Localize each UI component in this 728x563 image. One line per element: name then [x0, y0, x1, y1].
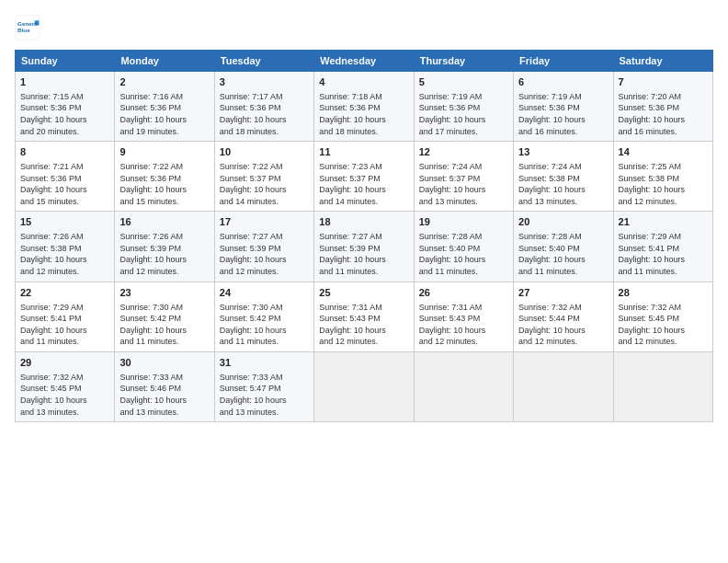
day-info: Sunrise: 7:32 AM Sunset: 5:45 PM Dayligh… — [20, 372, 109, 418]
day-info: Sunrise: 7:23 AM Sunset: 5:37 PM Dayligh… — [319, 161, 408, 207]
day-info: Sunrise: 7:24 AM Sunset: 5:38 PM Dayligh… — [518, 161, 608, 207]
day-info: Sunrise: 7:30 AM Sunset: 5:42 PM Dayligh… — [220, 302, 309, 348]
calendar-cell: 6Sunrise: 7:19 AM Sunset: 5:36 PM Daylig… — [514, 72, 613, 142]
calendar-week-row: 8Sunrise: 7:21 AM Sunset: 5:36 PM Daylig… — [16, 142, 713, 212]
svg-text:Blue: Blue — [17, 27, 30, 33]
weekday-header: Saturday — [613, 51, 712, 72]
day-info: Sunrise: 7:33 AM Sunset: 5:47 PM Dayligh… — [220, 372, 309, 418]
day-number: 8 — [20, 145, 109, 159]
day-number: 23 — [119, 286, 209, 300]
day-number: 12 — [419, 145, 508, 159]
calendar-cell: 2Sunrise: 7:16 AM Sunset: 5:36 PM Daylig… — [115, 72, 214, 142]
calendar-cell: 9Sunrise: 7:22 AM Sunset: 5:36 PM Daylig… — [115, 142, 214, 212]
day-number: 17 — [220, 215, 309, 229]
day-info: Sunrise: 7:22 AM Sunset: 5:36 PM Dayligh… — [119, 161, 209, 207]
day-number: 9 — [119, 145, 209, 159]
weekday-header: Friday — [514, 51, 613, 72]
calendar-cell: 27Sunrise: 7:32 AM Sunset: 5:44 PM Dayli… — [514, 282, 613, 351]
day-number: 6 — [518, 75, 608, 89]
day-info: Sunrise: 7:28 AM Sunset: 5:40 PM Dayligh… — [419, 231, 508, 277]
day-info: Sunrise: 7:20 AM Sunset: 5:36 PM Dayligh… — [619, 91, 708, 137]
calendar: SundayMondayTuesdayWednesdayThursdayFrid… — [15, 50, 713, 422]
calendar-cell: 25Sunrise: 7:31 AM Sunset: 5:43 PM Dayli… — [314, 282, 414, 351]
logo-icon: General Blue — [15, 15, 40, 40]
calendar-cell: 31Sunrise: 7:33 AM Sunset: 5:47 PM Dayli… — [214, 351, 313, 421]
day-number: 27 — [518, 286, 608, 300]
logo: General Blue — [15, 15, 44, 40]
calendar-cell: 1Sunrise: 7:15 AM Sunset: 5:36 PM Daylig… — [16, 72, 115, 142]
day-info: Sunrise: 7:32 AM Sunset: 5:44 PM Dayligh… — [518, 302, 608, 348]
day-info: Sunrise: 7:26 AM Sunset: 5:39 PM Dayligh… — [119, 231, 209, 277]
calendar-cell — [314, 351, 414, 421]
calendar-cell: 7Sunrise: 7:20 AM Sunset: 5:36 PM Daylig… — [613, 72, 712, 142]
day-number: 14 — [619, 145, 708, 159]
day-number: 18 — [319, 215, 408, 229]
day-info: Sunrise: 7:26 AM Sunset: 5:38 PM Dayligh… — [20, 231, 109, 277]
calendar-cell: 16Sunrise: 7:26 AM Sunset: 5:39 PM Dayli… — [115, 212, 214, 282]
day-info: Sunrise: 7:29 AM Sunset: 5:41 PM Dayligh… — [20, 302, 109, 348]
calendar-week-row: 22Sunrise: 7:29 AM Sunset: 5:41 PM Dayli… — [16, 282, 713, 351]
day-info: Sunrise: 7:27 AM Sunset: 5:39 PM Dayligh… — [319, 231, 408, 277]
calendar-cell: 21Sunrise: 7:29 AM Sunset: 5:41 PM Dayli… — [613, 212, 712, 282]
day-info: Sunrise: 7:30 AM Sunset: 5:42 PM Dayligh… — [119, 302, 209, 348]
day-number: 4 — [319, 75, 408, 89]
day-number: 28 — [619, 286, 708, 300]
calendar-cell: 10Sunrise: 7:22 AM Sunset: 5:37 PM Dayli… — [214, 142, 313, 212]
calendar-cell: 12Sunrise: 7:24 AM Sunset: 5:37 PM Dayli… — [414, 142, 513, 212]
day-number: 20 — [518, 215, 608, 229]
day-number: 3 — [220, 75, 309, 89]
calendar-cell: 5Sunrise: 7:19 AM Sunset: 5:36 PM Daylig… — [414, 72, 513, 142]
calendar-week-row: 1Sunrise: 7:15 AM Sunset: 5:36 PM Daylig… — [16, 72, 713, 142]
day-info: Sunrise: 7:25 AM Sunset: 5:38 PM Dayligh… — [619, 161, 708, 207]
day-info: Sunrise: 7:16 AM Sunset: 5:36 PM Dayligh… — [119, 91, 209, 137]
day-info: Sunrise: 7:19 AM Sunset: 5:36 PM Dayligh… — [518, 91, 608, 137]
day-number: 29 — [20, 356, 109, 370]
calendar-cell: 17Sunrise: 7:27 AM Sunset: 5:39 PM Dayli… — [214, 212, 313, 282]
day-number: 31 — [220, 356, 309, 370]
day-number: 19 — [419, 215, 508, 229]
calendar-cell: 30Sunrise: 7:33 AM Sunset: 5:46 PM Dayli… — [115, 351, 214, 421]
calendar-cell — [514, 351, 613, 421]
weekday-header: Thursday — [414, 51, 513, 72]
calendar-week-row: 29Sunrise: 7:32 AM Sunset: 5:45 PM Dayli… — [16, 351, 713, 421]
calendar-cell: 13Sunrise: 7:24 AM Sunset: 5:38 PM Dayli… — [514, 142, 613, 212]
page-header: General Blue — [15, 15, 713, 40]
day-number: 7 — [619, 75, 708, 89]
calendar-cell: 3Sunrise: 7:17 AM Sunset: 5:36 PM Daylig… — [214, 72, 313, 142]
day-number: 5 — [419, 75, 508, 89]
weekday-header: Monday — [115, 51, 214, 72]
weekday-header: Sunday — [16, 51, 115, 72]
day-info: Sunrise: 7:15 AM Sunset: 5:36 PM Dayligh… — [20, 91, 109, 137]
day-info: Sunrise: 7:22 AM Sunset: 5:37 PM Dayligh… — [220, 161, 309, 207]
day-info: Sunrise: 7:27 AM Sunset: 5:39 PM Dayligh… — [220, 231, 309, 277]
day-info: Sunrise: 7:18 AM Sunset: 5:36 PM Dayligh… — [319, 91, 408, 137]
calendar-cell: 23Sunrise: 7:30 AM Sunset: 5:42 PM Dayli… — [115, 282, 214, 351]
day-info: Sunrise: 7:24 AM Sunset: 5:37 PM Dayligh… — [419, 161, 508, 207]
calendar-cell: 8Sunrise: 7:21 AM Sunset: 5:36 PM Daylig… — [16, 142, 115, 212]
day-info: Sunrise: 7:21 AM Sunset: 5:36 PM Dayligh… — [20, 161, 109, 207]
day-info: Sunrise: 7:31 AM Sunset: 5:43 PM Dayligh… — [319, 302, 408, 348]
day-info: Sunrise: 7:31 AM Sunset: 5:43 PM Dayligh… — [419, 302, 508, 348]
calendar-cell: 22Sunrise: 7:29 AM Sunset: 5:41 PM Dayli… — [16, 282, 115, 351]
calendar-cell: 29Sunrise: 7:32 AM Sunset: 5:45 PM Dayli… — [16, 351, 115, 421]
calendar-cell — [414, 351, 513, 421]
day-number: 2 — [119, 75, 209, 89]
calendar-cell: 28Sunrise: 7:32 AM Sunset: 5:45 PM Dayli… — [613, 282, 712, 351]
day-info: Sunrise: 7:29 AM Sunset: 5:41 PM Dayligh… — [619, 231, 708, 277]
day-number: 26 — [419, 286, 508, 300]
calendar-cell: 26Sunrise: 7:31 AM Sunset: 5:43 PM Dayli… — [414, 282, 513, 351]
calendar-week-row: 15Sunrise: 7:26 AM Sunset: 5:38 PM Dayli… — [16, 212, 713, 282]
day-info: Sunrise: 7:33 AM Sunset: 5:46 PM Dayligh… — [119, 372, 209, 418]
weekday-header: Tuesday — [214, 51, 313, 72]
calendar-cell: 18Sunrise: 7:27 AM Sunset: 5:39 PM Dayli… — [314, 212, 414, 282]
day-number: 22 — [20, 286, 109, 300]
calendar-cell: 14Sunrise: 7:25 AM Sunset: 5:38 PM Dayli… — [613, 142, 712, 212]
day-number: 1 — [20, 75, 109, 89]
calendar-header-row: SundayMondayTuesdayWednesdayThursdayFrid… — [16, 51, 713, 72]
day-number: 15 — [20, 215, 109, 229]
calendar-cell: 20Sunrise: 7:28 AM Sunset: 5:40 PM Dayli… — [514, 212, 613, 282]
day-number: 25 — [319, 286, 408, 300]
calendar-cell: 15Sunrise: 7:26 AM Sunset: 5:38 PM Dayli… — [16, 212, 115, 282]
day-number: 10 — [220, 145, 309, 159]
day-info: Sunrise: 7:28 AM Sunset: 5:40 PM Dayligh… — [518, 231, 608, 277]
